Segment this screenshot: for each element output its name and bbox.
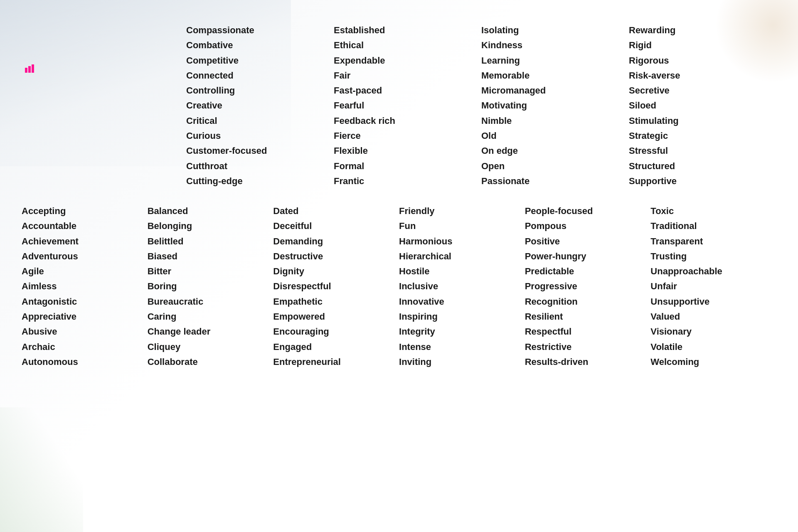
logo-bar-1 bbox=[25, 68, 27, 73]
word-item: Entrepreneurial bbox=[273, 355, 399, 369]
word-item: Flexible bbox=[334, 143, 481, 158]
word-item: Adventurous bbox=[22, 249, 148, 264]
word-item: Controlling bbox=[186, 83, 334, 98]
word-item: Biased bbox=[148, 249, 273, 264]
word-item: Fearful bbox=[334, 98, 481, 113]
word-item: Inviting bbox=[399, 355, 525, 369]
word-item: Unfair bbox=[650, 279, 776, 294]
word-item: Dated bbox=[273, 204, 399, 219]
word-item: Hierarchical bbox=[399, 249, 525, 264]
word-item: Valued bbox=[650, 309, 776, 324]
word-item: Rewarding bbox=[629, 23, 776, 38]
word-item: Structured bbox=[629, 159, 776, 174]
word-item: Traditional bbox=[650, 219, 776, 234]
word-item: Formal bbox=[334, 159, 481, 174]
word-item: Stressful bbox=[629, 143, 776, 158]
word-item: Engaged bbox=[273, 340, 399, 355]
top-col-4: EstablishedEthicalExpendableFairFast-pac… bbox=[334, 23, 481, 189]
word-item: Old bbox=[481, 128, 629, 143]
word-item: Pompous bbox=[525, 219, 651, 234]
word-item: Critical bbox=[186, 113, 334, 128]
word-item: Cliquey bbox=[148, 340, 273, 355]
word-item: Archaic bbox=[22, 340, 148, 355]
word-item: People-focused bbox=[525, 204, 651, 219]
word-item: Belittled bbox=[148, 234, 273, 249]
col-1: AcceptingAccountableAchievementAdventuro… bbox=[22, 204, 148, 369]
word-item: Stimulating bbox=[629, 113, 776, 128]
word-item: Balanced bbox=[148, 204, 273, 219]
word-item: Siloed bbox=[629, 98, 776, 113]
word-item: Abusive bbox=[22, 324, 148, 339]
word-item: Agile bbox=[22, 264, 148, 279]
word-item: Rigorous bbox=[629, 53, 776, 68]
word-item: Demanding bbox=[273, 234, 399, 249]
col-2: BalancedBelongingBelittledBiasedBitterBo… bbox=[148, 204, 273, 369]
word-item: Motivating bbox=[481, 98, 629, 113]
logo-area bbox=[25, 64, 37, 73]
word-item: Empowered bbox=[273, 309, 399, 324]
word-item: Rigid bbox=[629, 38, 776, 53]
word-item: Results-driven bbox=[525, 355, 651, 369]
word-item: Ethical bbox=[334, 38, 481, 53]
word-item: Antagonistic bbox=[22, 294, 148, 309]
col-3-bottom: DatedDeceitfulDemandingDestructiveDignit… bbox=[273, 204, 399, 369]
word-item: Learning bbox=[481, 53, 629, 68]
word-item: Micromanaged bbox=[481, 83, 629, 98]
word-item: Customer-focused bbox=[186, 143, 334, 158]
word-item: Kindness bbox=[481, 38, 629, 53]
word-item: Unapproachable bbox=[650, 264, 776, 279]
word-item: Visionary bbox=[650, 324, 776, 339]
word-item: Dignity bbox=[273, 264, 399, 279]
word-item: Belonging bbox=[148, 219, 273, 234]
word-item: Progressive bbox=[525, 279, 651, 294]
word-item: Achievement bbox=[22, 234, 148, 249]
word-item: Feedback rich bbox=[334, 113, 481, 128]
word-item: Toxic bbox=[650, 204, 776, 219]
word-item: Change leader bbox=[148, 324, 273, 339]
plant-background bbox=[0, 407, 83, 532]
word-item: Inspiring bbox=[399, 309, 525, 324]
logo-bar-3 bbox=[32, 64, 34, 73]
word-item: Nimble bbox=[481, 113, 629, 128]
word-item: Disrespectful bbox=[273, 279, 399, 294]
word-item: Open bbox=[481, 159, 629, 174]
word-item: Expendable bbox=[334, 53, 481, 68]
word-item: Bureaucratic bbox=[148, 294, 273, 309]
word-item: Fun bbox=[399, 219, 525, 234]
word-item: Combative bbox=[186, 38, 334, 53]
word-item: Intense bbox=[399, 340, 525, 355]
word-item: Caring bbox=[148, 309, 273, 324]
word-item: On edge bbox=[481, 143, 629, 158]
word-item: Inclusive bbox=[399, 279, 525, 294]
word-item: Respectful bbox=[525, 324, 651, 339]
word-item: Established bbox=[334, 23, 481, 38]
word-item: Frantic bbox=[334, 174, 481, 189]
word-item: Hostile bbox=[399, 264, 525, 279]
top-col-5: IsolatingKindnessLearningMemorableMicrom… bbox=[481, 23, 629, 189]
word-item: Resilient bbox=[525, 309, 651, 324]
word-item: Deceitful bbox=[273, 219, 399, 234]
word-item: Compassionate bbox=[186, 23, 334, 38]
word-item: Welcoming bbox=[650, 355, 776, 369]
top-col-3: CompassionateCombativeCompetitiveConnect… bbox=[186, 23, 334, 189]
word-item: Predictable bbox=[525, 264, 651, 279]
word-item: Boring bbox=[148, 279, 273, 294]
word-item: Appreciative bbox=[22, 309, 148, 324]
word-item: Competitive bbox=[186, 53, 334, 68]
col-5-bottom: People-focusedPompousPositivePower-hungr… bbox=[525, 204, 651, 369]
word-item: Positive bbox=[525, 234, 651, 249]
word-item: Trusting bbox=[650, 249, 776, 264]
word-item: Memorable bbox=[481, 68, 629, 83]
word-item: Connected bbox=[186, 68, 334, 83]
top-words-section: CompassionateCombativeCompetitiveConnect… bbox=[186, 23, 776, 189]
word-item: Fierce bbox=[334, 128, 481, 143]
word-item: Supportive bbox=[629, 174, 776, 189]
col-4-bottom: FriendlyFunHarmoniousHierarchicalHostile… bbox=[399, 204, 525, 369]
word-item: Strategic bbox=[629, 128, 776, 143]
word-item: Transparent bbox=[650, 234, 776, 249]
word-item: Cutting-edge bbox=[186, 174, 334, 189]
top-col-6: RewardingRigidRigorousRisk-averseSecreti… bbox=[629, 23, 776, 189]
logo-bar-2 bbox=[28, 66, 31, 73]
word-item: Accountable bbox=[22, 219, 148, 234]
word-item: Curious bbox=[186, 128, 334, 143]
